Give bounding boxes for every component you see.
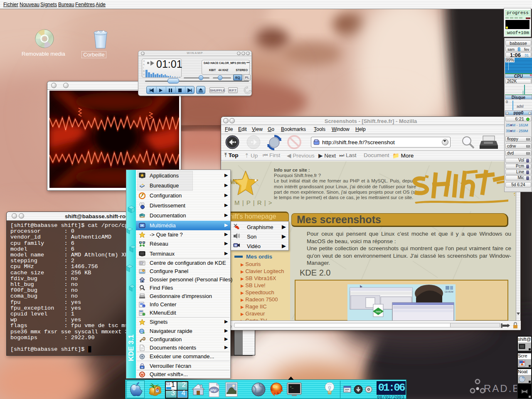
svg-text:CD-ROM: CD-ROM (445, 291, 453, 293)
svg-text:php: php (210, 388, 217, 392)
svg-text:new: new (376, 310, 382, 313)
svg-text:>_: >_ (290, 385, 294, 389)
